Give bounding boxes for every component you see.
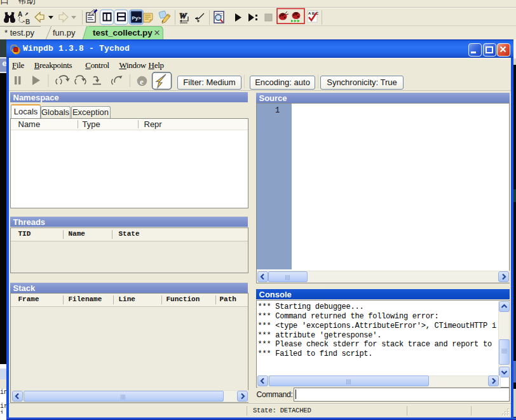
svg-text:B: B xyxy=(25,18,30,25)
svg-text:W: W xyxy=(179,11,187,20)
svg-text:e: e xyxy=(140,77,144,86)
svg-text:A: A xyxy=(18,11,22,18)
svg-text:Py>: Py> xyxy=(132,15,142,21)
svg-text:A B C: A B C xyxy=(308,11,319,15)
